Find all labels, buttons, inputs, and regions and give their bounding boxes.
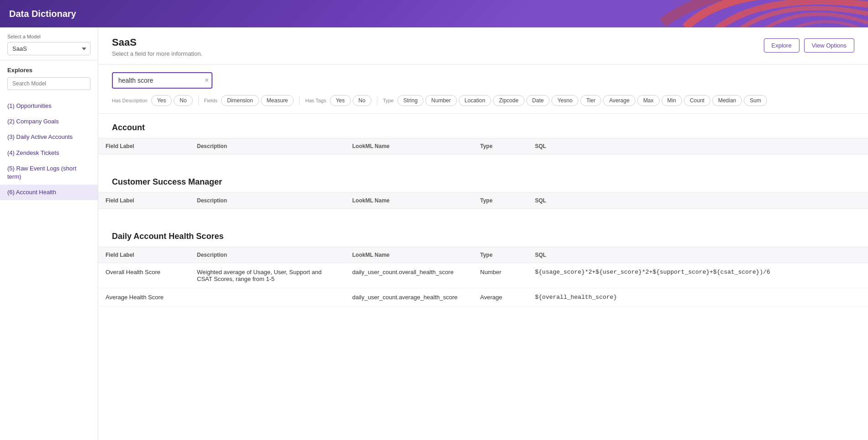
section-title-0: Account [98,114,868,138]
filter-number[interactable]: Number [425,95,457,106]
description-cell: Weighted average of Usage, User, Support… [190,263,345,288]
section-title-1: Customer Success Manager [98,168,868,192]
search-clear-button[interactable]: × [205,77,209,84]
filter-sum[interactable]: Sum [744,95,767,106]
sections-container: AccountField LabelDescriptionLookML Name… [98,114,868,320]
filter-no-desc[interactable]: No [174,95,192,106]
col-header-sql: SQL [528,138,868,154]
header-actions: Explore View Options [764,38,854,53]
table-1: Field LabelDescriptionLookML NameTypeSQL [98,192,868,209]
col-header-lookml-name: LookML Name [345,247,473,263]
filter-row: Has Description Yes No Fields Dimension … [112,95,854,106]
table-2: Field LabelDescriptionLookML NameTypeSQL… [98,247,868,307]
content-subtitle: Select a field for more information. [112,50,202,57]
description-cell [190,288,345,307]
sidebar-item-1[interactable]: (1) Opportunities [0,98,98,114]
has-description-label: Has Description [112,98,148,103]
model-section: Select a Model SaaS [0,27,98,60]
col-header-sql: SQL [528,193,868,209]
section-0: AccountField LabelDescriptionLookML Name… [98,114,868,168]
filter-yes-desc[interactable]: Yes [151,95,172,106]
filter-date[interactable]: Date [526,95,550,106]
search-wrap: × [112,72,212,89]
sidebar-item-6[interactable]: (6) Account Health [0,185,98,200]
table-row: Overall Health ScoreWeighted average of … [98,263,868,288]
section-1: Customer Success ManagerField LabelDescr… [98,168,868,223]
filter-measure[interactable]: Measure [261,95,294,106]
content-area: SaaS Select a field for more information… [98,27,868,440]
col-header-field-label: Field Label [98,247,190,263]
filter-divider-1 [198,96,199,105]
filter-average[interactable]: Average [603,95,635,106]
lookml-cell: daily_user_count.average_health_score [345,288,473,307]
col-header-field-label: Field Label [98,138,190,154]
type-cell: Average [473,288,528,307]
app-header: Data Dictionary [0,0,868,27]
filter-location[interactable]: Location [459,95,491,106]
section-title-2: Daily Account Health Scores [98,223,868,247]
col-header-sql: SQL [528,247,868,263]
filter-string[interactable]: String [397,95,423,106]
filter-max[interactable]: Max [637,95,660,106]
lookml-cell: daily_user_count.overall_health_score [345,263,473,288]
has-tags-label: Has Tags [305,98,326,103]
filter-tier[interactable]: Tier [580,95,601,106]
col-header-description: Description [190,138,345,154]
filter-yesno[interactable]: Yesno [551,95,578,106]
search-model-input[interactable] [7,77,90,90]
field-label-cell: Overall Health Score [98,263,190,288]
filter-zipcode[interactable]: Zipcode [493,95,524,106]
type-label: Type [383,98,394,103]
col-header-type: Type [473,193,528,209]
field-label-cell: Average Health Score [98,288,190,307]
filter-min[interactable]: Min [662,95,682,106]
sidebar-item-2[interactable]: (2) Company Goals [0,114,98,129]
explores-label: Explores [7,67,90,74]
filter-count[interactable]: Count [684,95,710,106]
filter-median[interactable]: Median [712,95,742,106]
col-header-description: Description [190,193,345,209]
filter-section: × Has Description Yes No Fields Dimensio… [98,65,868,114]
filter-divider-3 [377,96,377,105]
view-options-button[interactable]: View Options [804,38,854,53]
explores-section: Explores [0,60,98,98]
model-label: Select a Model [7,34,90,39]
filter-no-tags[interactable]: No [353,95,371,106]
filter-yes-tags[interactable]: Yes [330,95,351,106]
sidebar-item-5[interactable]: (5) Raw Event Logs (short term) [0,161,98,185]
sidebar-item-3[interactable]: (3) Daily Active Accounts [0,129,98,145]
table-row: Average Health Scoredaily_user_count.ave… [98,288,868,307]
fields-label: Fields [204,98,217,103]
model-select[interactable]: SaaS [7,42,90,55]
table-0: Field LabelDescriptionLookML NameTypeSQL [98,138,868,154]
type-cell: Number [473,263,528,288]
col-header-lookml-name: LookML Name [345,193,473,209]
content-header: SaaS Select a field for more information… [98,27,868,65]
header-decoration [594,0,868,27]
app-title: Data Dictionary [9,9,76,19]
sidebar: Select a Model SaaS Explores (1) Opportu… [0,27,98,440]
sidebar-nav: (1) Opportunities(2) Company Goals(3) Da… [0,98,98,200]
col-header-description: Description [190,247,345,263]
filter-divider-2 [299,96,300,105]
section-2: Daily Account Health ScoresField LabelDe… [98,223,868,320]
content-title: SaaS [112,37,202,48]
col-header-lookml-name: LookML Name [345,138,473,154]
col-header-field-label: Field Label [98,193,190,209]
search-input[interactable] [112,72,212,89]
sidebar-item-4[interactable]: (4) Zendesk Tickets [0,145,98,161]
main-layout: Select a Model SaaS Explores (1) Opportu… [0,27,868,440]
col-header-type: Type [473,138,528,154]
filter-dimension[interactable]: Dimension [221,95,259,106]
content-header-left: SaaS Select a field for more information… [112,37,202,57]
sql-cell: ${usage_score}*2+${user_score}*2+${suppo… [528,263,868,288]
sql-cell: ${overall_health_score} [528,288,868,307]
col-header-type: Type [473,247,528,263]
explore-button[interactable]: Explore [764,38,799,53]
